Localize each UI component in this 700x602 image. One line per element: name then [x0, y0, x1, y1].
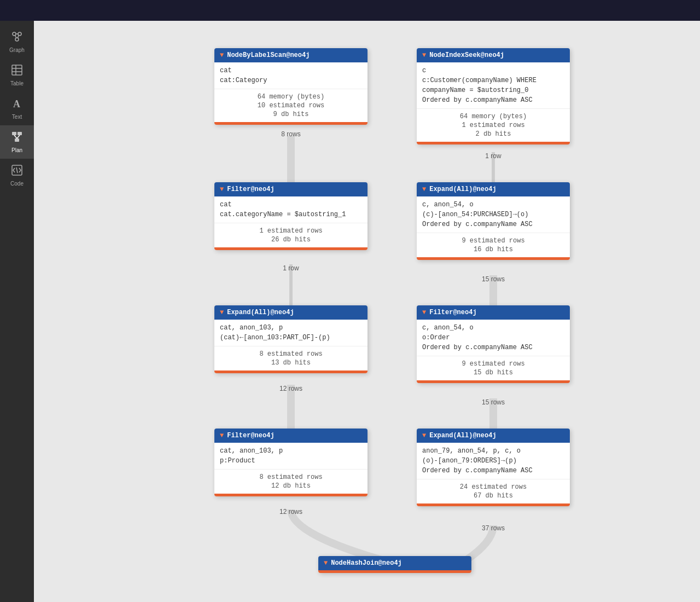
- main-layout: GraphTableATextPlanCode: [0, 21, 700, 602]
- expand-arrow-icon: ▼: [422, 186, 426, 193]
- plan-node-body-line: cat, anon_103, p: [220, 446, 362, 456]
- plan-node-stats-node8: 24 estimated rows67 db hits: [417, 479, 570, 503]
- plan-node-node7[interactable]: ▼Filter@neo4jcat, anon_103, pp:Product8 …: [214, 429, 368, 496]
- svg-rect-13: [15, 138, 19, 142]
- expand-arrow-icon: ▼: [324, 559, 328, 567]
- plan-node-stat-line: 2 db hits: [422, 130, 564, 138]
- sidebar: GraphTableATextPlanCode: [0, 21, 34, 602]
- plan-node-title-node9: NodeHashJoin@neo4j: [331, 559, 402, 567]
- plan-node-body-line: cat:Category: [220, 76, 362, 85]
- plan-node-body-line: o:Order: [422, 333, 564, 343]
- plan-node-header-node5: ▼Expand(All)@neo4j: [214, 305, 368, 320]
- plan-node-stat-line: 64 memory (bytes): [422, 112, 564, 121]
- plan-node-footer-node7: [214, 494, 368, 496]
- plan-node-stats-node3: 1 estimated rows26 db hits: [214, 223, 368, 247]
- graph-icon: [11, 31, 23, 45]
- svg-line-14: [14, 135, 17, 138]
- plan-node-header-node1: ▼NodeByLabelScan@neo4j: [214, 48, 368, 62]
- plan-node-footer-node1: [214, 122, 368, 125]
- plan-node-node2[interactable]: ▼NodeIndexSeek@neo4jcc:Customer(companyN…: [417, 48, 570, 144]
- plan-node-body-node6: c, anon_54, oo:OrderOrdered by c.company…: [417, 320, 570, 356]
- svg-rect-6: [12, 65, 22, 75]
- plan-node-footer-node6: [417, 380, 570, 383]
- sidebar-item-text[interactable]: AText: [0, 92, 34, 125]
- code-icon: [11, 164, 23, 178]
- plan-node-title-node2: NodeIndexSeek@neo4j: [429, 51, 504, 59]
- plan-node-stat-line: 67 db hits: [422, 491, 564, 500]
- plan-node-stat-line: 8 estimated rows: [220, 473, 362, 482]
- plan-node-body-line: Ordered by c.companyName ASC: [422, 343, 564, 352]
- plan-node-body-line: (c)-[anon_54:PURCHASED]→(o): [422, 210, 564, 219]
- plan-node-title-node5: Expand(All)@neo4j: [227, 309, 294, 316]
- plan-node-node3[interactable]: ▼Filter@neo4jcatcat.categoryName = $auto…: [214, 182, 368, 250]
- plan-node-header-node3: ▼Filter@neo4j: [214, 182, 368, 196]
- plan-node-body-line: c, anon_54, o: [422, 323, 564, 333]
- row-label-node2: 1 row: [417, 152, 570, 160]
- plan-node-stat-line: 10 estimated rows: [220, 101, 362, 110]
- plan-node-footer-node4: [417, 257, 570, 260]
- plan-node-footer-node9: [318, 570, 471, 573]
- plan-node-stat-line: 1 estimated rows: [422, 121, 564, 130]
- row-label-node3: 1 row: [214, 264, 368, 272]
- plan-node-stats-node5: 8 estimated rows13 db hits: [214, 346, 368, 371]
- plan-node-header-node2: ▼NodeIndexSeek@neo4j: [417, 48, 570, 62]
- plan-node-node6[interactable]: ▼Filter@neo4jc, anon_54, oo:OrderOrdered…: [417, 305, 570, 383]
- plan-node-body-node3: catcat.categoryName = $autostring_1: [214, 196, 368, 223]
- plan-node-body-line: c: [422, 66, 564, 76]
- plan-node-stat-line: 9 estimated rows: [422, 360, 564, 368]
- plan-node-body-line: c, anon_54, o: [422, 200, 564, 210]
- plan-node-stat-line: 16 db hits: [422, 245, 564, 254]
- plan-node-body-node7: cat, anon_103, pp:Product: [214, 443, 368, 469]
- plan-node-stat-line: 9 estimated rows: [422, 236, 564, 245]
- plan-node-footer-node3: [214, 247, 368, 250]
- plan-node-body-line: (cat)←[anon_103:PART_OF]-(p): [220, 333, 362, 343]
- plan-node-header-node6: ▼Filter@neo4j: [417, 305, 570, 320]
- plan-node-title-node3: Filter@neo4j: [227, 186, 274, 193]
- plan-node-stats-node6: 9 estimated rows15 db hits: [417, 356, 570, 380]
- plan-node-body-line: cat: [220, 66, 362, 76]
- plan-node-header-node7: ▼Filter@neo4j: [214, 429, 368, 443]
- plan-node-node5[interactable]: ▼Expand(All)@neo4jcat, anon_103, p(cat)←…: [214, 305, 368, 373]
- plan-node-header-node4: ▼Expand(All)@neo4j: [417, 182, 570, 196]
- plan-node-node4[interactable]: ▼Expand(All)@neo4jc, anon_54, o(c)-[anon…: [417, 182, 570, 260]
- plan-node-stat-line: 1 estimated rows: [220, 227, 362, 235]
- expand-arrow-icon: ▼: [220, 432, 224, 439]
- plan-node-body-node8: anon_79, anon_54, p, c, o(o)-[anon_79:OR…: [417, 443, 570, 479]
- plan-node-body-node1: catcat:Category: [214, 62, 368, 89]
- plan-node-body-line: companyName = $autostring_0: [422, 85, 564, 95]
- svg-text:A: A: [13, 99, 20, 109]
- svg-point-2: [15, 38, 19, 41]
- plan-canvas[interactable]: ▼NodeByLabelScan@neo4jcatcat:Category64 …: [34, 21, 700, 602]
- plan-node-title-node7: Filter@neo4j: [227, 432, 274, 439]
- plan-node-footer-node8: [417, 503, 570, 506]
- plan-icon: [11, 131, 23, 145]
- plan-node-header-node9: ▼NodeHashJoin@neo4j: [318, 556, 471, 570]
- plan-node-stats-node7: 8 estimated rows12 db hits: [214, 469, 368, 494]
- plan-node-stat-line: 8 estimated rows: [220, 350, 362, 358]
- sidebar-item-table[interactable]: Table: [0, 59, 34, 92]
- plan-node-body-line: p:Product: [220, 456, 362, 466]
- expand-arrow-icon: ▼: [220, 309, 224, 316]
- plan-node-node8[interactable]: ▼Expand(All)@neo4janon_79, anon_54, p, c…: [417, 429, 570, 506]
- plan-node-body-line: c:Customer(companyName) WHERE: [422, 76, 564, 85]
- expand-arrow-icon: ▼: [220, 186, 224, 193]
- sidebar-label-code: Code: [10, 181, 24, 187]
- sidebar-item-plan[interactable]: Plan: [0, 125, 34, 159]
- sidebar-item-graph[interactable]: Graph: [0, 25, 34, 59]
- plan-node-node9[interactable]: ▼NodeHashJoin@neo4j: [318, 556, 471, 573]
- expand-arrow-icon: ▼: [422, 309, 426, 316]
- plan-node-stat-line: 13 db hits: [220, 358, 362, 367]
- plan-node-stat-line: 15 db hits: [422, 368, 564, 377]
- plan-node-body-line: Ordered by c.companyName ASC: [422, 466, 564, 476]
- plan-node-body-line: cat.categoryName = $autostring_1: [220, 210, 362, 219]
- row-label-node4: 15 rows: [417, 275, 570, 283]
- plan-node-title-node1: NodeByLabelScan@neo4j: [227, 51, 310, 59]
- sidebar-label-table: Table: [10, 80, 24, 86]
- sidebar-item-code[interactable]: Code: [0, 159, 34, 192]
- expand-arrow-icon: ▼: [422, 51, 426, 59]
- svg-rect-12: [18, 132, 22, 135]
- sidebar-label-graph: Graph: [9, 47, 25, 53]
- plan-node-node1[interactable]: ▼NodeByLabelScan@neo4jcatcat:Category64 …: [214, 48, 368, 125]
- row-label-node7: 12 rows: [214, 508, 368, 516]
- header-bar: [0, 0, 700, 21]
